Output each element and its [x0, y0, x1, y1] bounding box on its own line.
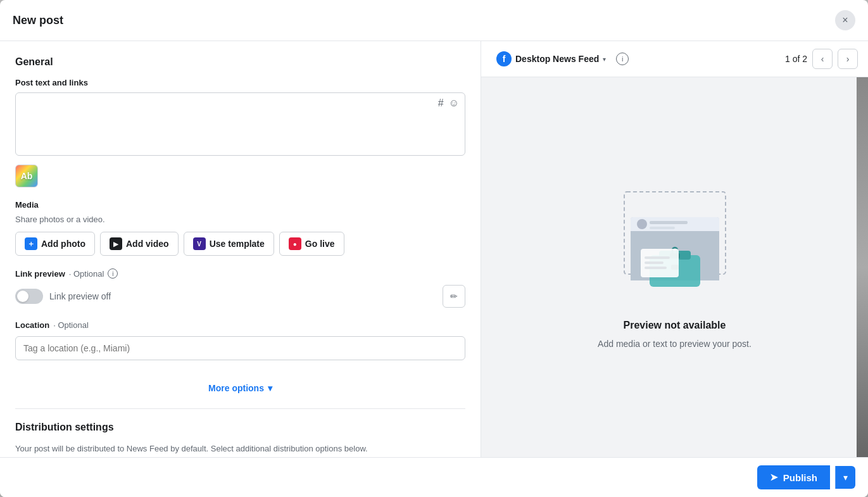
new-post-modal: New post × General Post text and links #…: [0, 0, 868, 497]
preview-pagination: 1 of 2 ‹ ›: [785, 49, 858, 69]
publish-button[interactable]: ➤ Publish: [757, 465, 830, 489]
location-optional: · Optional: [53, 320, 89, 330]
page-count: 1 of 2: [785, 54, 807, 64]
facebook-icon: f: [496, 51, 512, 66]
placement-name: Desktop News Feed: [515, 54, 599, 64]
toggle-label: Link preview off: [49, 291, 111, 301]
preview-illustration: [586, 186, 764, 312]
preview-subtitle: Add media or text to preview your post.: [598, 339, 752, 349]
color-font-label: Ab: [21, 171, 33, 181]
modal-header: New post ×: [0, 0, 868, 41]
prev-page-button[interactable]: ‹: [812, 49, 833, 69]
publish-dropdown-icon: ▾: [843, 472, 848, 482]
next-icon: ›: [846, 54, 850, 64]
right-panel: f Desktop News Feed ▾ i 1 of 2 ‹ ›: [481, 41, 868, 457]
location-label-row: Location · Optional: [15, 320, 465, 330]
svg-rect-16: [645, 267, 667, 269]
use-template-button[interactable]: V Use template: [184, 232, 274, 256]
svg-point-4: [637, 219, 647, 229]
use-template-icon: V: [193, 237, 206, 250]
close-icon: ×: [842, 15, 848, 26]
post-text-input[interactable]: [15, 92, 465, 156]
use-template-label: Use template: [210, 239, 265, 249]
more-options-chevron-icon: ▾: [268, 383, 272, 393]
location-section: Location · Optional: [15, 320, 465, 360]
placement-chevron-icon: ▾: [603, 56, 606, 63]
media-subtitle: Share photos or a video.: [15, 215, 465, 224]
link-preview-optional: · Optional: [69, 269, 104, 279]
publish-icon: ➤: [770, 472, 778, 483]
add-video-label: Add video: [126, 239, 169, 249]
modal-body: General Post text and links # ☺ Ab Media…: [0, 41, 868, 457]
preview-info-icon[interactable]: i: [616, 53, 629, 65]
link-preview-info-icon[interactable]: i: [108, 268, 118, 279]
add-photo-icon: ＋: [25, 237, 37, 250]
preview-content: Preview not available Add media or text …: [481, 77, 868, 457]
more-options-button[interactable]: More options ▾: [15, 383, 465, 393]
publish-dropdown-button[interactable]: ▾: [835, 466, 855, 489]
distribution-subtitle: Your post will be distributed to News Fe…: [15, 443, 465, 455]
preview-not-available: Preview not available Add media or text …: [586, 186, 764, 349]
prev-icon: ‹: [821, 54, 824, 64]
go-live-icon: ●: [289, 237, 301, 250]
svg-rect-5: [650, 221, 688, 224]
add-photo-label: Add photo: [41, 239, 85, 249]
next-page-button[interactable]: ›: [838, 49, 858, 69]
post-text-label: Post text and links: [15, 78, 465, 87]
preview-toolbar: f Desktop News Feed ▾ i 1 of 2 ‹ ›: [481, 41, 868, 77]
color-font-button[interactable]: Ab: [15, 165, 38, 187]
modal-title: New post: [13, 14, 63, 27]
close-button[interactable]: ×: [835, 10, 855, 30]
link-preview-label-row: Link preview · Optional i: [15, 268, 465, 279]
placement-selector[interactable]: f Desktop News Feed ▾: [491, 49, 611, 69]
distribution-title: Distribution settings: [15, 422, 465, 433]
link-preview-label: Link preview: [15, 269, 65, 279]
go-live-button[interactable]: ● Go live: [279, 232, 344, 256]
add-video-button[interactable]: ▶ Add video: [100, 232, 179, 256]
modal-footer: ➤ Publish ▾: [0, 457, 868, 497]
edit-icon: ✏: [450, 291, 458, 301]
distribution-section: Distribution settings Your post will be …: [15, 422, 465, 455]
location-label: Location: [15, 320, 49, 330]
location-input[interactable]: [15, 336, 465, 360]
svg-rect-14: [645, 256, 670, 259]
publish-label: Publish: [783, 472, 817, 483]
more-options-label: More options: [208, 383, 264, 393]
left-panel: General Post text and links # ☺ Ab Media…: [0, 41, 481, 457]
post-text-wrapper: # ☺: [15, 92, 465, 158]
link-preview-toggle[interactable]: [15, 289, 43, 304]
media-label: Media: [15, 200, 465, 210]
link-preview-edit-button[interactable]: ✏: [443, 285, 465, 308]
svg-rect-15: [645, 261, 664, 264]
side-strip-image: [857, 77, 868, 457]
media-section: Media Share photos or a video. ＋ Add pho…: [15, 200, 465, 256]
svg-rect-6: [650, 227, 675, 229]
section-divider: [15, 408, 465, 409]
side-decoration: [857, 77, 868, 457]
add-photo-button[interactable]: ＋ Add photo: [15, 232, 95, 256]
add-video-icon: ▶: [110, 237, 122, 250]
link-preview-row: Link preview off ✏: [15, 285, 465, 308]
more-options-row: More options ▾: [15, 370, 465, 396]
link-preview-section: Link preview · Optional i Link preview o…: [15, 268, 465, 308]
media-buttons: ＋ Add photo ▶ Add video V Use template ●…: [15, 232, 465, 256]
toggle-row: Link preview off: [15, 289, 111, 304]
general-section-title: General: [15, 56, 465, 68]
go-live-label: Go live: [305, 239, 335, 249]
preview-title: Preview not available: [624, 320, 726, 331]
